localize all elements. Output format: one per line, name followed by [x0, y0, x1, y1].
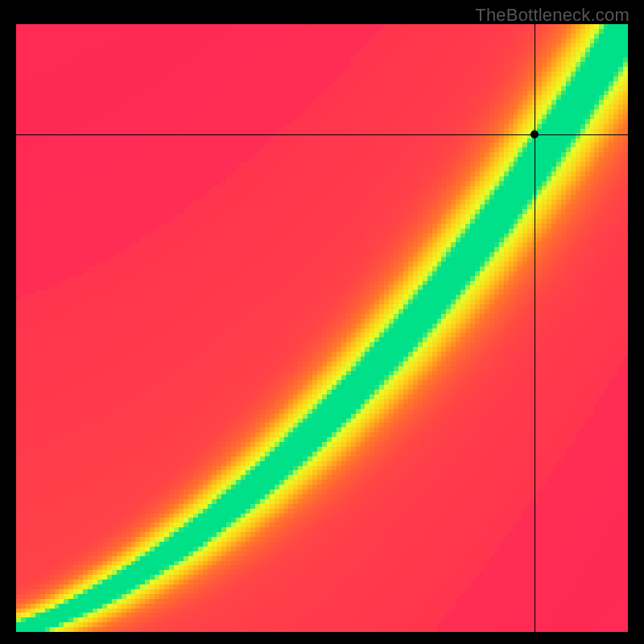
crosshair-vertical [535, 24, 535, 632]
marker-dot [530, 130, 539, 138]
chart-container: TheBottleneck.com [0, 0, 644, 644]
watermark-text: TheBottleneck.com [475, 5, 630, 26]
bottleneck-heatmap [16, 24, 628, 632]
